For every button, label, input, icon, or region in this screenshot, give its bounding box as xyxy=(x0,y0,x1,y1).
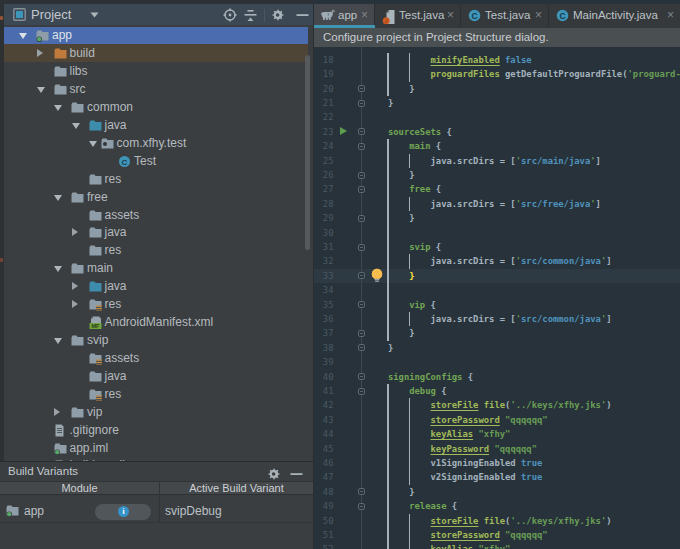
tree-item-common[interactable]: common xyxy=(4,98,308,116)
tree-item-res[interactable]: res xyxy=(4,170,308,188)
editor-tab-test-java[interactable]: CTest.java× xyxy=(461,4,549,28)
chevron-expanded-icon[interactable] xyxy=(54,266,62,272)
chevron-collapsed-icon[interactable] xyxy=(54,408,60,416)
tree-item-assets[interactable]: assets xyxy=(4,350,308,368)
line-number: 37 xyxy=(314,326,334,340)
line-number: 38 xyxy=(314,341,334,355)
tab-label: Test.java xyxy=(485,9,530,21)
tree-item-com-xfhy-test[interactable]: com.xfhy.test xyxy=(4,134,308,152)
close-icon[interactable]: × xyxy=(361,8,368,22)
code-line-36: java.srcDirs = ['src/common/java'] xyxy=(367,312,612,326)
fold-marker-icon[interactable] xyxy=(358,172,365,179)
locate-icon[interactable] xyxy=(223,8,237,22)
build-variant-row[interactable]: app i svipDebug xyxy=(0,496,313,523)
module-icon xyxy=(6,504,19,517)
fold-marker-icon[interactable] xyxy=(358,373,365,380)
project-tool-window-header[interactable]: Project xyxy=(4,4,313,25)
tree-item-java[interactable]: java xyxy=(4,224,308,242)
close-icon[interactable]: × xyxy=(667,8,674,22)
tree-item-java[interactable]: java xyxy=(4,116,308,134)
chevron-collapsed-icon[interactable] xyxy=(72,300,78,308)
tree-item-src[interactable]: src xyxy=(4,80,308,98)
close-icon[interactable]: × xyxy=(535,8,542,22)
tree-scrollbar[interactable] xyxy=(305,55,310,250)
code-line-20: } xyxy=(367,82,415,96)
fold-marker-icon[interactable] xyxy=(358,488,365,495)
chevron-collapsed-icon[interactable] xyxy=(37,49,43,57)
fold-marker-icon[interactable] xyxy=(358,388,365,395)
minimize-icon[interactable] xyxy=(290,467,303,481)
code-line-24: main { xyxy=(367,139,442,153)
gear-icon[interactable] xyxy=(267,467,281,481)
chevron-expanded-icon[interactable] xyxy=(37,87,45,93)
tree-item-label: main xyxy=(87,261,113,275)
fold-marker-icon[interactable] xyxy=(358,128,365,135)
editor-tab-app[interactable]: app× xyxy=(314,4,375,28)
tab-label: app xyxy=(338,9,357,21)
tree-item-assets[interactable]: assets xyxy=(4,206,308,224)
active-build-variant-value[interactable]: svipDebug xyxy=(165,504,222,518)
line-number: 42 xyxy=(314,398,334,412)
fold-marker-icon[interactable] xyxy=(358,330,365,337)
tree-item-app[interactable]: app xyxy=(4,27,308,45)
tree-item-vip[interactable]: vip xyxy=(4,403,308,421)
editor-tab-test-java[interactable]: Test.java× xyxy=(375,4,461,28)
fold-marker-icon[interactable] xyxy=(358,272,365,279)
chevron-expanded-icon[interactable] xyxy=(19,33,27,39)
chevron-expanded-icon[interactable] xyxy=(72,123,80,129)
fold-marker-icon[interactable] xyxy=(358,85,365,92)
fold-marker-icon[interactable] xyxy=(358,186,365,193)
tree-item-androidmanifest-xml[interactable]: MFAndroidManifest.xml xyxy=(4,314,308,332)
fold-marker-icon[interactable] xyxy=(358,244,365,251)
tree-item-java[interactable]: java xyxy=(4,368,308,386)
tree-item-label: java xyxy=(105,118,127,132)
folder-build-icon xyxy=(54,47,67,60)
gear-icon[interactable] xyxy=(271,8,285,22)
chevron-expanded-icon[interactable] xyxy=(54,105,62,111)
build-variants-header[interactable]: Build Variants xyxy=(0,462,313,481)
chevron-expanded-icon[interactable] xyxy=(54,338,62,344)
module-info-button[interactable]: i xyxy=(95,504,151,520)
notification-banner[interactable]: Configure project in Project Structure d… xyxy=(314,28,680,47)
editor-tab-mainactivity-java[interactable]: CMainActivity.java× xyxy=(549,4,680,28)
chevron-collapsed-icon[interactable] xyxy=(72,282,78,290)
panel-splitter[interactable] xyxy=(313,4,314,549)
tree-item-res[interactable]: res xyxy=(4,296,308,314)
code-line-37: } xyxy=(367,326,415,340)
tree-item-svip[interactable]: svip xyxy=(4,332,308,350)
code-editor[interactable]: 18 minifyEnabled false19 proguardFiles g… xyxy=(314,47,680,549)
tree-item-res[interactable]: res xyxy=(4,242,308,260)
close-icon[interactable]: × xyxy=(447,8,454,22)
chevron-expanded-icon[interactable] xyxy=(89,141,97,147)
tree-item-label: src xyxy=(70,82,86,96)
tree-item-build[interactable]: build xyxy=(4,44,308,62)
fold-marker-icon[interactable] xyxy=(358,143,365,150)
tree-item-free[interactable]: free xyxy=(4,188,308,206)
fold-marker-icon[interactable] xyxy=(358,503,365,510)
editor-tab-bar: app×Test.java×CTest.java×CMainActivity.j… xyxy=(314,4,680,28)
column-module: Module xyxy=(0,482,159,494)
tree-item-res[interactable]: res xyxy=(4,386,308,404)
tree-item-main[interactable]: main xyxy=(4,260,308,278)
fold-marker-icon[interactable] xyxy=(358,344,365,351)
tree-item-test[interactable]: CTest xyxy=(4,152,308,170)
chevron-collapsed-icon[interactable] xyxy=(72,228,78,236)
chevron-down-icon[interactable] xyxy=(90,12,99,18)
intention-bulb-icon[interactable] xyxy=(370,268,384,283)
tree-item--gitignore[interactable]: .gitignore xyxy=(4,421,308,439)
chevron-expanded-icon[interactable] xyxy=(54,195,62,201)
fold-marker-icon[interactable] xyxy=(358,301,365,308)
fold-marker-icon[interactable] xyxy=(358,100,365,107)
code-line-42: storeFile file('../keys/xfhy.jks') xyxy=(367,398,612,412)
fold-marker-icon[interactable] xyxy=(358,215,365,222)
collapse-all-icon[interactable] xyxy=(244,8,257,22)
project-pane-icon xyxy=(13,8,26,21)
minimize-icon[interactable] xyxy=(296,8,309,22)
class-icon: C xyxy=(556,9,569,23)
tree-item-libs[interactable]: libs xyxy=(4,62,308,80)
tree-item-label: assets xyxy=(105,351,140,365)
tree-item-java[interactable]: java xyxy=(4,278,308,296)
run-icon[interactable] xyxy=(340,127,347,135)
tree-item-app-iml[interactable]: app.iml xyxy=(4,439,308,457)
code-line-27: free { xyxy=(367,182,442,196)
